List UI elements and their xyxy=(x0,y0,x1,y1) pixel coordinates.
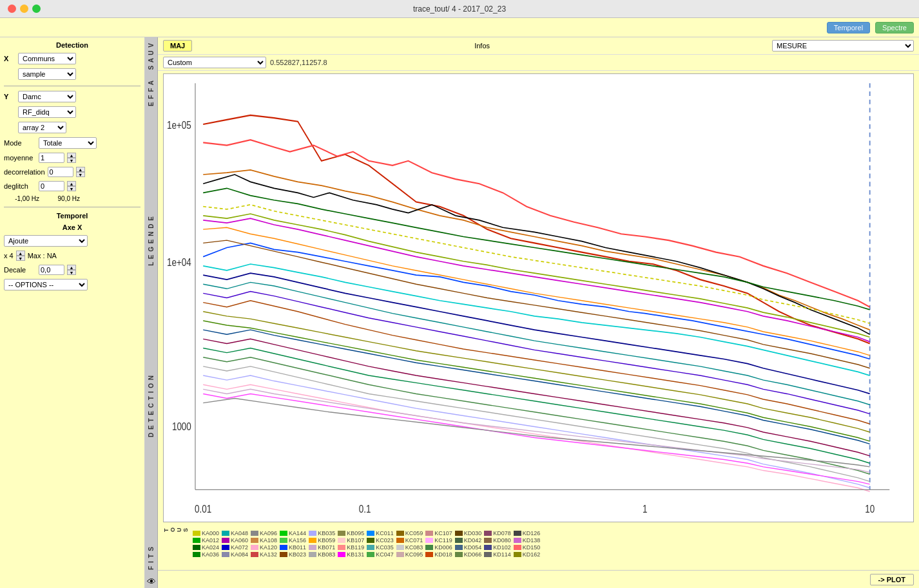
legend-item[interactable]: KA048 xyxy=(222,530,248,536)
legend-item[interactable]: KA108 xyxy=(251,537,277,544)
mode-select[interactable]: Totale xyxy=(39,137,97,149)
effa-tab[interactable]: E F F A xyxy=(146,75,156,111)
maximize-button[interactable] xyxy=(32,5,41,13)
decale-input[interactable]: 0,0 xyxy=(39,265,64,275)
options-select[interactable]: -- OPTIONS -- xyxy=(4,279,88,290)
moyenne-down[interactable]: ▼ xyxy=(67,158,76,163)
legend-item[interactable]: KC071 xyxy=(396,537,423,544)
legend-item[interactable]: KA084 xyxy=(222,551,248,558)
decorrelation-down[interactable]: ▼ xyxy=(76,172,85,177)
legend-item[interactable]: KA156 xyxy=(280,537,306,544)
x-sample-select[interactable]: sample xyxy=(18,68,76,80)
legend-item[interactable]: KC011 xyxy=(367,530,394,536)
legend-item[interactable]: KA060 xyxy=(222,537,248,544)
legend-item[interactable]: KD030 xyxy=(455,530,482,536)
legend-item[interactable]: KA132 xyxy=(251,551,277,558)
legend-name: KA132 xyxy=(260,551,277,558)
plot-button[interactable]: -> PLOT xyxy=(870,574,914,585)
legend-item[interactable]: KB131 xyxy=(338,551,364,558)
minimize-button[interactable] xyxy=(20,5,28,13)
legend-item[interactable]: KD150 xyxy=(514,544,541,551)
mesure-select[interactable]: MESURE xyxy=(772,40,914,52)
legend-name: KD102 xyxy=(493,544,511,551)
detection-tab[interactable]: D E T E C T I O N xyxy=(146,370,156,442)
custom-select[interactable]: Custom xyxy=(163,57,266,68)
x4-down[interactable]: ▼ xyxy=(16,256,25,261)
x4-stepper[interactable]: ▲ ▼ xyxy=(16,251,25,261)
legend-name: KD018 xyxy=(434,551,452,558)
legend-item[interactable]: KB119 xyxy=(338,544,364,551)
legend-item[interactable]: KD054 xyxy=(455,544,482,551)
ajoute-select[interactable]: Ajoute xyxy=(4,235,88,247)
decorrelation-up[interactable]: ▲ xyxy=(76,167,85,172)
legend-item[interactable]: KA000 xyxy=(193,530,219,536)
temporel-button[interactable]: Temporel xyxy=(827,22,870,33)
legend-item[interactable]: KB059 xyxy=(309,537,335,544)
legend-item[interactable]: KB035 xyxy=(309,530,335,536)
x4-up[interactable]: ▲ xyxy=(16,251,25,256)
legend-item[interactable]: KC107 xyxy=(425,530,452,536)
legend-item[interactable]: KA120 xyxy=(251,544,277,551)
decorrelation-stepper[interactable]: ▲ ▼ xyxy=(76,167,85,177)
y-array-select[interactable]: array 2 xyxy=(18,122,66,133)
legend-name: KB083 xyxy=(318,551,335,558)
chart-wrapper[interactable]: 1e+05 1e+04 1000 0.01 0.1 1 10 xyxy=(163,73,914,522)
left-panel: Detection X Communs sample Y Damc RF_did… xyxy=(0,37,145,588)
legend-item[interactable]: KA144 xyxy=(280,530,306,536)
legend-item[interactable]: KC059 xyxy=(396,530,423,536)
legend-color xyxy=(367,552,374,557)
legend-item[interactable]: KB071 xyxy=(309,544,335,551)
legende-tab[interactable]: L E G E N D E xyxy=(146,211,156,271)
legend-name: KA012 xyxy=(202,537,219,544)
eye-icon[interactable]: 👁 xyxy=(147,575,156,588)
decale-up[interactable]: ▲ xyxy=(67,265,76,270)
close-button[interactable] xyxy=(8,5,16,13)
legend-item[interactable]: KC119 xyxy=(425,537,452,544)
y-damc-select[interactable]: Damc xyxy=(18,91,76,102)
legend-item[interactable]: KA036 xyxy=(193,551,219,558)
legend-item[interactable]: KD162 xyxy=(514,551,541,558)
legend-item[interactable]: KC083 xyxy=(396,544,423,551)
y-rf-select[interactable]: RF_didq xyxy=(18,106,76,118)
legend-item[interactable]: KC047 xyxy=(367,551,394,558)
deglitch-stepper[interactable]: ▲ ▼ xyxy=(67,181,76,191)
deglitch-input[interactable]: 0 xyxy=(39,181,64,191)
moyenne-stepper[interactable]: ▲ ▼ xyxy=(67,153,76,163)
x-communs-select[interactable]: Communs xyxy=(18,53,76,64)
legend-item[interactable]: KC023 xyxy=(367,537,394,544)
legend-item[interactable]: KD078 xyxy=(484,530,511,536)
legend-item[interactable]: KB107 xyxy=(338,537,364,544)
legend-item[interactable]: KD138 xyxy=(514,537,541,544)
legend-item[interactable]: KA012 xyxy=(193,537,219,544)
legend-item[interactable]: KC095 xyxy=(396,551,423,558)
legend-item[interactable]: KC035 xyxy=(367,544,394,551)
legend-item[interactable]: KB011 xyxy=(280,544,306,551)
legend-item[interactable]: KB023 xyxy=(280,551,306,558)
bottom-bar: -> PLOT xyxy=(158,570,919,588)
fits-tab[interactable]: F I T S xyxy=(146,541,156,575)
legend-item[interactable]: KD006 xyxy=(425,544,452,551)
legend-item[interactable]: KD080 xyxy=(484,537,511,544)
legend-item[interactable]: KD018 xyxy=(425,551,452,558)
legend-item[interactable]: KD114 xyxy=(484,551,511,558)
decorrelation-input[interactable]: 0 xyxy=(48,167,73,177)
options-row: -- OPTIONS -- xyxy=(4,279,140,290)
legend-item[interactable]: KB095 xyxy=(338,530,364,536)
legend-item[interactable]: KD042 xyxy=(455,537,482,544)
legend-item[interactable]: KD102 xyxy=(484,544,511,551)
legend-item[interactable]: KA024 xyxy=(193,544,219,551)
moyenne-up[interactable]: ▲ xyxy=(67,153,76,158)
spectre-button[interactable]: Spectre xyxy=(875,22,914,33)
legend-item[interactable]: KA096 xyxy=(251,530,277,536)
sauv-tab[interactable]: S A U V xyxy=(146,37,156,75)
maj-button[interactable]: MAJ xyxy=(163,40,192,52)
legend-item[interactable]: KA072 xyxy=(222,544,248,551)
legend-item[interactable]: KD066 xyxy=(455,551,482,558)
moyenne-input[interactable]: 1 xyxy=(39,153,64,163)
decale-stepper[interactable]: ▲ ▼ xyxy=(67,265,76,275)
deglitch-up[interactable]: ▲ xyxy=(67,181,76,186)
decale-down[interactable]: ▼ xyxy=(67,270,76,275)
legend-item[interactable]: KD126 xyxy=(514,530,541,536)
deglitch-down[interactable]: ▼ xyxy=(67,186,76,191)
legend-item[interactable]: KB083 xyxy=(309,551,335,558)
